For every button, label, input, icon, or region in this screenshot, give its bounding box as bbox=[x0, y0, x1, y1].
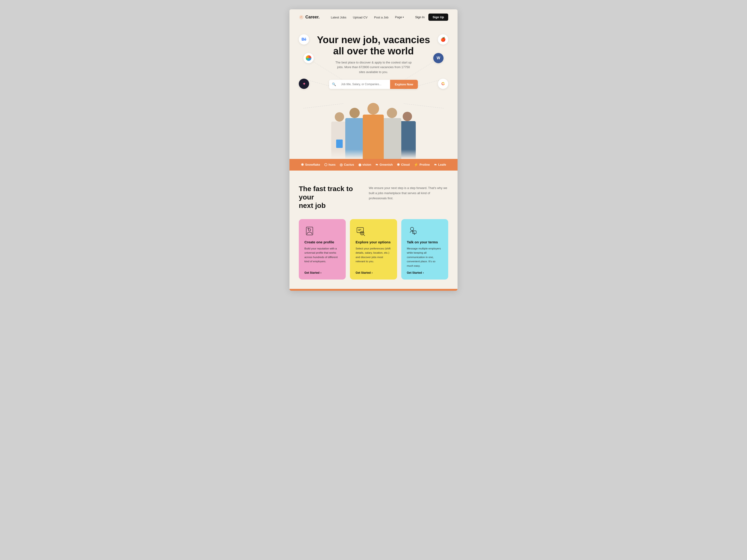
nav-actions: Sign In Sign Up bbox=[415, 14, 448, 21]
search-input[interactable] bbox=[338, 80, 390, 89]
hues-icon: ⬡ bbox=[324, 163, 327, 167]
card-cta-explore[interactable]: Get Started bbox=[356, 271, 372, 274]
profile-icon bbox=[304, 225, 315, 236]
svg-point-20 bbox=[414, 232, 415, 232]
card-title-chat: Talk on your terms bbox=[407, 240, 438, 244]
feature-card-chat: Talk on your terms Message multiple empl… bbox=[401, 219, 448, 279]
navbar: Career. Latest Jobs Upload CV Post a Job… bbox=[289, 9, 458, 25]
hero-subtext: The best place to discover & apply to th… bbox=[334, 60, 413, 75]
feature-card-profile: Create one profile Build your reputation… bbox=[299, 219, 346, 279]
svg-rect-10 bbox=[308, 228, 309, 229]
card-cta-profile[interactable]: Get Started bbox=[304, 271, 321, 274]
card-title-explore: Explore your options bbox=[356, 240, 390, 244]
brand-hues: ⬡ hues bbox=[324, 163, 335, 167]
features-section: The fast track to your next job We ensur… bbox=[289, 170, 458, 289]
logo[interactable]: Career. bbox=[299, 15, 319, 20]
nav-latest-jobs[interactable]: Latest Jobs bbox=[331, 16, 346, 19]
features-desc: We ensure your next step is a step forwa… bbox=[369, 185, 448, 201]
explore-icon bbox=[356, 225, 366, 236]
proline-icon: ⚡ bbox=[414, 163, 418, 167]
features-title: The fast track to your next job bbox=[299, 185, 360, 210]
search-bar: 🔍 Explore Now bbox=[329, 80, 418, 89]
svg-point-0 bbox=[299, 15, 304, 19]
svg-point-19 bbox=[413, 232, 414, 232]
hero-section: Bē 🍎 W ✦ G Your new job, vacancies all o… bbox=[289, 25, 458, 159]
svg-line-13 bbox=[363, 235, 365, 236]
features-header: The fast track to your next job We ensur… bbox=[299, 185, 448, 210]
profile-svg bbox=[304, 225, 315, 236]
explore-button[interactable]: Explore Now bbox=[390, 80, 418, 89]
hero-people: UI/UX Designer Developer Marketer bbox=[299, 96, 448, 159]
nav-upload-cv[interactable]: Upload CV bbox=[353, 16, 368, 19]
page-wrapper: Career. Latest Jobs Upload CV Post a Job… bbox=[289, 9, 458, 291]
svg-point-9 bbox=[308, 229, 311, 231]
float-google: G bbox=[438, 79, 448, 89]
nav-links: Latest Jobs Upload CV Post a Job Page bbox=[331, 15, 404, 19]
card-desc-profile: Build your reputation with a universal p… bbox=[304, 246, 340, 268]
brand-vision: ◉ vision bbox=[358, 163, 371, 167]
greenish-icon: ❧ bbox=[376, 163, 379, 167]
svg-rect-11 bbox=[357, 228, 363, 233]
card-desc-chat: Message multiple employers while keeping… bbox=[407, 246, 443, 268]
brand-cactus: ◎ Cactus bbox=[340, 163, 354, 167]
features-cards: Create one profile Build your reputation… bbox=[299, 219, 448, 279]
svg-point-16 bbox=[361, 232, 363, 234]
nav-page[interactable]: Page bbox=[395, 16, 404, 19]
svg-point-17 bbox=[410, 227, 414, 231]
cloud-icon: ❋ bbox=[397, 163, 400, 167]
cactus-icon: ◎ bbox=[340, 163, 343, 167]
vision-icon: ◉ bbox=[358, 163, 361, 167]
card-cta-chat[interactable]: Get Started bbox=[407, 271, 424, 274]
card-title-profile: Create one profile bbox=[304, 240, 334, 244]
leafe-icon: ❧ bbox=[434, 163, 437, 167]
float-behance2: ✦ bbox=[299, 79, 309, 89]
bottom-strip bbox=[289, 289, 458, 291]
signup-button[interactable]: Sign Up bbox=[428, 14, 448, 21]
feature-card-explore: Explore your options Select your prefere… bbox=[350, 219, 397, 279]
chat-svg bbox=[407, 225, 417, 236]
brand-greenish: ❧ Greenish bbox=[376, 163, 393, 167]
brand-proline: ⚡ Proline bbox=[414, 163, 430, 167]
brand-snowflake: ❋ Snowflake bbox=[301, 163, 320, 167]
hero-headline: Your new job, vacancies all over the wor… bbox=[299, 34, 448, 57]
chat-icon bbox=[407, 225, 417, 236]
card-desc-explore: Select your preferences (shift details, … bbox=[356, 246, 391, 268]
nav-post-job[interactable]: Post a Job bbox=[374, 16, 388, 19]
brand-cloud: ❋ Cloud bbox=[397, 163, 410, 167]
signin-button[interactable]: Sign In bbox=[415, 16, 424, 19]
logo-icon bbox=[299, 15, 304, 20]
explore-svg bbox=[356, 225, 366, 236]
search-icon: 🔍 bbox=[329, 82, 338, 86]
brands-bar: ❋ Snowflake ⬡ hues ◎ Cactus ◉ vision ❧ G… bbox=[289, 159, 458, 170]
brand-leafe: ❧ Leafe bbox=[434, 163, 446, 167]
snowflake-icon: ❋ bbox=[301, 163, 304, 167]
